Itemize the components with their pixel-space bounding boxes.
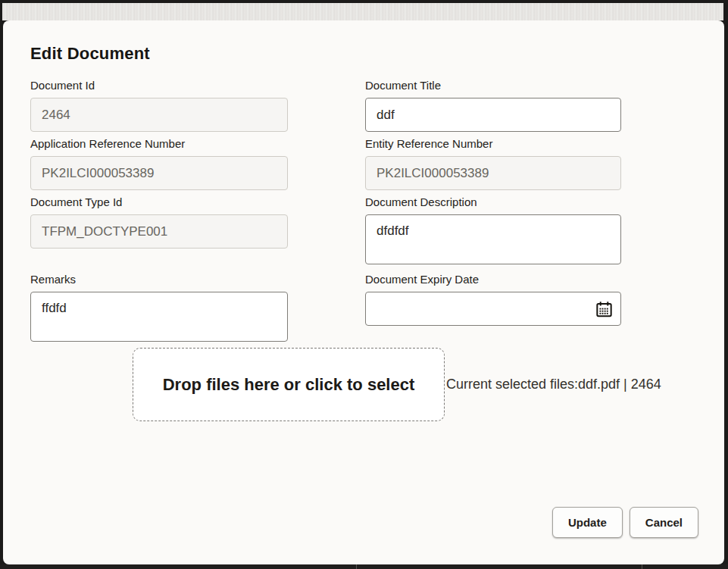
file-dropzone[interactable]: Drop files here or click to select — [133, 348, 445, 421]
field-remarks: Remarks ffdfd — [30, 272, 288, 345]
document-expiry-date-input[interactable] — [365, 292, 621, 326]
document-description-textarea[interactable]: dfdfdf — [365, 214, 621, 264]
calendar-icon — [595, 300, 614, 319]
entity-reference-number-label: Entity Reference Number — [365, 136, 621, 152]
field-entity-reference-number: Entity Reference Number — [365, 136, 621, 190]
document-title-input[interactable] — [365, 98, 621, 132]
background-page-bottom — [0, 564, 728, 569]
field-document-expiry-date: Document Expiry Date — [365, 272, 621, 345]
document-id-label: Document Id — [30, 78, 288, 93]
edit-document-dialog: Edit Document Document Id Document Title… — [3, 20, 724, 564]
document-type-id-input — [30, 214, 288, 249]
edit-document-form: Document Id Document Title Application R… — [30, 78, 724, 345]
application-reference-number-label: Application Reference Number — [30, 136, 288, 152]
document-expiry-date-label: Document Expiry Date — [365, 272, 621, 287]
background-divider — [356, 564, 357, 569]
remarks-textarea[interactable]: ffdfd — [30, 292, 288, 342]
field-application-reference-number: Application Reference Number — [30, 136, 288, 190]
remarks-label: Remarks — [30, 272, 288, 287]
document-description-label: Document Description — [365, 195, 621, 210]
document-id-input — [30, 98, 288, 132]
document-type-id-label: Document Type Id — [30, 195, 288, 210]
upload-section: Drop files here or click to select Curre… — [133, 348, 724, 421]
field-document-title: Document Title — [365, 78, 621, 132]
background-page-strip — [2, 3, 723, 20]
dropzone-label: Drop files here or click to select — [163, 375, 415, 395]
calendar-picker-button[interactable] — [594, 299, 614, 319]
field-document-description: Document Description dfdfdf — [365, 195, 621, 267]
dialog-footer: Update Cancel — [552, 507, 698, 538]
dialog-title: Edit Document — [30, 44, 724, 63]
document-title-label: Document Title — [365, 78, 621, 93]
selected-files-text: Current selected files:ddf.pdf | 2464 — [446, 377, 661, 392]
entity-reference-number-input — [365, 156, 621, 190]
background-divider — [642, 564, 642, 569]
update-button[interactable]: Update — [552, 507, 623, 538]
cancel-button[interactable]: Cancel — [630, 507, 698, 538]
field-document-type-id: Document Type Id — [30, 195, 288, 267]
screen: Edit Document Document Id Document Title… — [0, 0, 728, 569]
field-document-id: Document Id — [30, 78, 288, 132]
application-reference-number-input — [30, 156, 288, 190]
